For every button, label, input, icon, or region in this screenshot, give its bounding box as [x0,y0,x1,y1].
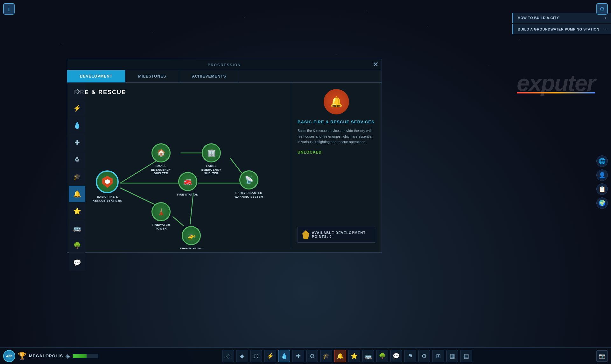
settings-button[interactable]: ⚙ [596,3,608,15]
node-early-warning[interactable]: 📡 EARLY DISASTERWARNING SYSTEM [235,170,263,199]
toolbar-health[interactable]: ✚ [292,350,304,362]
tab-milestones[interactable]: MILESTONES [125,70,179,82]
tab-achievements[interactable]: ACHIEVEMENTS [179,70,239,82]
flag-icon-1: ◈ [66,353,70,360]
node-circle-heli-depot: 🚁 [182,226,201,245]
sidebar-icon-health[interactable]: ✚ [69,134,85,151]
quest-label-1: HOW TO BUILD A CITY [518,16,559,20]
dev-points-text: AVAILABLE DEVELOPMENT POINTS: 0 [312,231,370,238]
watermark: exputer [517,70,595,96]
node-circle-small-shelter: 🏠 [151,143,171,162]
info-panel: 🔔 BASIC FIRE & RESCUE SERVICES Basic fir… [291,83,382,249]
bottom-left: 432 🏆 MEGALOPOLIS ◈ [0,350,101,362]
progress-bar [73,354,98,358]
toolbar-electricity[interactable]: ⚡ [264,350,276,362]
node-fire-station[interactable]: 🚒 FIRE STATION [177,172,198,197]
quest-arrow-2: › [605,27,607,31]
bottom-right: 📷 [593,350,611,362]
dev-panel: FIRE & RESCUE [67,83,291,249]
right-side-buttons: 🌐 👤 📋 🌍 [596,155,608,209]
node-circle-fire-station: 🚒 [178,172,197,191]
node-label-basic: BASIC FIRE &RESCUE SERVICES [93,195,122,203]
info-description: Basic fire & rescue services provide the… [298,128,375,145]
toolbar-roads-1[interactable]: ◇ [222,350,234,362]
tech-tree: BASIC FIRE &RESCUE SERVICES 🏠 SMALL EMER… [74,102,284,249]
close-button[interactable]: ✕ [373,61,378,68]
node-heli-depot[interactable]: 🚁 FIREFIGHTINGHELICOPTER DEPOT [177,226,206,249]
toolbar-parks[interactable]: 🌳 [376,350,388,362]
toolbar-roads-3[interactable]: ⬡ [250,350,262,362]
sidebar-icon-police[interactable]: ⭐ [69,203,85,219]
dev-points-icon [302,230,309,239]
info-button[interactable]: i [3,3,15,15]
earth-button[interactable]: 🌍 [596,197,608,209]
dialog-tabs: DEVELOPMENT MILESTONES ACHIEVEMENTS [67,70,382,83]
tab-development[interactable]: DEVELOPMENT [67,70,125,82]
toolbar-transport[interactable]: 🚌 [362,350,374,362]
city-name: MEGALOPOLIS [29,354,63,358]
avatar-button[interactable]: 👤 [596,169,608,181]
node-label-firewatch: FIREWATCH TOWER [147,223,175,230]
toolbar-education[interactable]: 🎓 [320,350,332,362]
toolbar-tool5[interactable]: ▤ [460,350,472,362]
info-status: UNLOCKED [298,150,375,155]
info-building-icon: 🔔 [324,89,349,114]
quest-arrow-1: › [605,16,607,20]
notes-button[interactable]: 📋 [596,183,608,195]
node-basic[interactable]: BASIC FIRE &RESCUE SERVICES [93,170,122,203]
sidebar-icon-roads[interactable]: ◇ [69,83,85,99]
toolbar-roads-2[interactable]: ◆ [236,350,248,362]
dialog-header-title: PROGRESSION [208,63,241,67]
sidebar-icon-electricity[interactable]: ⚡ [69,100,85,116]
node-label-fire-station: FIRE STATION [177,193,198,197]
panel-title: FIRE & RESCUE [74,89,284,96]
node-label-small-shelter: SMALL EMERGENCYSHELTER [147,164,175,175]
sidebar-icon-recycling[interactable]: ♻ [69,151,85,168]
toolbar-fire[interactable]: 🔔 [334,350,346,362]
node-circle-large-shelter: 🏢 [202,143,221,162]
node-label-early-warning: EARLY DISASTERWARNING SYSTEM [235,191,263,199]
node-circle-basic [96,170,119,193]
node-circle-early-warning: 📡 [239,170,258,189]
quest-item-1[interactable]: HOW TO BUILD A CITY › [512,13,611,23]
sidebar-icon-fire[interactable]: 🔔 [69,186,85,202]
sidebar-icons: ◇ ⚡ 💧 ✚ ♻ 🎓 🔔 ⭐ 🚌 🌳 💬 [67,83,87,271]
globe-button[interactable]: 🌐 [596,155,608,167]
quest-label-2: BUILD A GROUNDWATER PUMPING STATION [518,27,599,31]
dialog-body: FIRE & RESCUE [67,83,382,249]
sidebar-icon-chat[interactable]: 💬 [69,254,85,271]
node-small-shelter[interactable]: 🏠 SMALL EMERGENCYSHELTER [147,143,175,175]
toolbar-tool4[interactable]: ▦ [446,350,458,362]
bottom-center-toolbar: ◇ ◆ ⬡ ⚡ 💧 ✚ ♻ 🎓 🔔 ⭐ 🚌 🌳 💬 ⚑ ⚙ ⊞ ▦ ▤ [101,350,593,362]
quest-panel: HOW TO BUILD A CITY › BUILD A GROUNDWATE… [512,13,611,34]
population-display: 432 [3,350,15,362]
sidebar-icon-parks[interactable]: 🌳 [69,237,85,254]
bottom-bar: 432 🏆 MEGALOPOLIS ◈ ◇ ◆ ⬡ ⚡ 💧 ✚ ♻ 🎓 🔔 ⭐ … [0,347,611,364]
sidebar-icon-transport[interactable]: 🚌 [69,220,85,237]
toolbar-recycling[interactable]: ♻ [306,350,318,362]
toolbar-police[interactable]: ⭐ [348,350,360,362]
node-large-shelter[interactable]: 🏢 LARGE EMERGENCYSHELTER [197,143,226,175]
dialog-header: PROGRESSION [67,59,382,70]
progression-dialog: PROGRESSION ✕ DEVELOPMENT MILESTONES ACH… [67,59,382,253]
toolbar-tool2[interactable]: ⚙ [418,350,430,362]
sidebar-icon-water[interactable]: 💧 [69,117,85,134]
toolbar-chat[interactable]: 💬 [390,350,402,362]
camera-button[interactable]: 📷 [596,350,608,362]
progress-bar-fill [73,354,87,358]
svg-line-7 [190,193,193,224]
node-label-large-shelter: LARGE EMERGENCYSHELTER [197,164,226,175]
toolbar-tool3[interactable]: ⊞ [432,350,444,362]
node-firewatch[interactable]: 🗼 FIREWATCH TOWER [147,202,175,230]
sidebar-icon-education[interactable]: 🎓 [69,168,85,185]
info-title: BASIC FIRE & RESCUE SERVICES [298,120,375,124]
toolbar-tool1[interactable]: ⚑ [404,350,416,362]
node-circle-firewatch: 🗼 [151,202,171,221]
city-flags: ◈ [66,353,70,360]
dev-points: AVAILABLE DEVELOPMENT POINTS: 0 [298,227,375,243]
toolbar-water[interactable]: 💧 [278,350,290,362]
trophy-icon: 🏆 [18,352,26,360]
quest-item-2[interactable]: BUILD A GROUNDWATER PUMPING STATION › [512,24,611,34]
node-label-heli-depot: FIREFIGHTINGHELICOPTER DEPOT [177,247,206,249]
